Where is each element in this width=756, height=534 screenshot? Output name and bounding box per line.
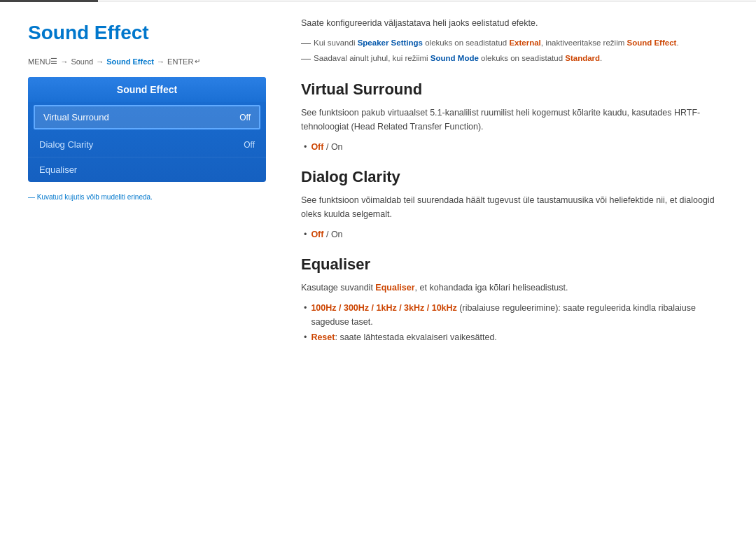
bullet-item-reset: Reset: saate lähtestada ekvalaiseri vaik…: [304, 330, 728, 344]
speaker-settings-highlight: Speaker Settings: [358, 38, 423, 47]
section-desc-equaliser: Kasutage suvandit Equaliser, et kohandad…: [301, 281, 728, 295]
intro-text: Saate konfigureerida väljastatava heli j…: [301, 16, 728, 30]
vs-on: On: [331, 142, 343, 152]
sound-mode-highlight: Sound Mode: [430, 54, 479, 62]
section-equaliser: Equaliser Kasutage suvandit Equaliser, e…: [301, 255, 728, 344]
menu-label: MENU: [28, 57, 50, 66]
vs-off: Off: [311, 142, 323, 152]
border-left: [0, 0, 98, 2]
section-desc-virtual-surround: See funktsioon pakub virtuaalset 5.1-kan…: [301, 106, 728, 134]
bullet-vs-offon-text: Off / On: [311, 140, 342, 154]
menu-item-label-equaliser: Equaliser: [39, 164, 77, 175]
note-dash-2: —: [301, 52, 311, 64]
left-panel: Sound Effect MENU ☰ → Sound → Sound Effe…: [28, 16, 266, 358]
bullet-list-dialog-clarity: Off / On: [301, 227, 728, 241]
dc-off: Off: [311, 230, 323, 239]
menu-box: Sound Effect Virtual Surround Off Dialog…: [28, 77, 266, 182]
page-title: Sound Effect: [28, 22, 266, 44]
section-title-virtual-surround: Virtual Surround: [301, 80, 728, 99]
frequencies-highlight: 100Hz / 300Hz / 1kHz / 3kHz / 10kHz: [311, 303, 456, 313]
menu-item-equaliser[interactable]: Equaliser: [28, 157, 266, 182]
border-right: [98, 1, 756, 1]
menu-item-label-dialog-clarity: Dialog Clarity: [39, 139, 93, 150]
menu-item-label-virtual-surround: Virtual Surround: [43, 112, 109, 122]
equaliser-highlight: Equaliser: [375, 283, 414, 293]
menu-item-value-virtual-surround: Off: [239, 113, 251, 122]
breadcrumb-arrow-2: →: [96, 57, 104, 66]
notes-block: — Kui suvandi Speaker Settings olekuks o…: [301, 37, 728, 65]
reset-highlight: Reset: [311, 332, 335, 342]
note-dash-1: —: [301, 37, 311, 49]
breadcrumb-enter: ENTER: [167, 57, 193, 66]
external-highlight: External: [509, 38, 540, 47]
menu-item-dialog-clarity[interactable]: Dialog Clarity Off: [28, 132, 266, 157]
note-text-1: Kui suvandi Speaker Settings olekuks on …: [314, 37, 679, 49]
bullet-list-virtual-surround: Off / On: [301, 140, 728, 154]
note-line-2: — Saadaval ainult juhul, kui režiimi Sou…: [301, 52, 728, 64]
standard-highlight: Standard: [565, 54, 600, 62]
menu-icon: ☰: [50, 57, 57, 66]
breadcrumb-arrow-1: →: [60, 57, 68, 66]
section-title-equaliser: Equaliser: [301, 255, 728, 274]
bullet-frequencies-text: 100Hz / 300Hz / 1kHz / 3kHz / 10kHz (rib…: [311, 301, 728, 329]
bullet-dc-offon-text: Off / On: [311, 227, 342, 241]
right-panel: Saate konfigureerida väljastatava heli j…: [294, 16, 728, 358]
breadcrumb-sound: Sound: [71, 57, 93, 66]
note-text-2: Saadaval ainult juhul, kui režiimi Sound…: [314, 52, 602, 64]
menu-item-virtual-surround[interactable]: Virtual Surround Off: [34, 105, 260, 129]
breadcrumb: MENU ☰ → Sound → Sound Effect → ENTER ↵: [28, 57, 266, 66]
enter-icon: ↵: [195, 57, 200, 65]
bullet-reset-text: Reset: saate lähtestada ekvalaiseri vaik…: [311, 330, 496, 344]
breadcrumb-sound-effect: Sound Effect: [106, 57, 154, 66]
footnote: Kuvatud kujutis võib mudeliti erineda.: [28, 193, 266, 201]
section-desc-dialog-clarity: See funktsioon võimaldab teil suurendada…: [301, 193, 728, 222]
breadcrumb-arrow-3: →: [157, 57, 164, 66]
bullet-item-vs-offon: Off / On: [304, 140, 728, 154]
dc-on: On: [331, 230, 343, 239]
bullet-item-dc-offon: Off / On: [304, 227, 728, 241]
section-virtual-surround: Virtual Surround See funktsioon pakub vi…: [301, 80, 728, 154]
bullet-item-frequencies: 100Hz / 300Hz / 1kHz / 3kHz / 10kHz (rib…: [304, 301, 728, 329]
section-title-dialog-clarity: Dialog Clarity: [301, 168, 728, 186]
main-container: Sound Effect MENU ☰ → Sound → Sound Effe…: [0, 2, 756, 379]
sound-effect-highlight: Sound Effect: [626, 38, 676, 47]
menu-box-header: Sound Effect: [28, 77, 266, 102]
bullet-list-equaliser: 100Hz / 300Hz / 1kHz / 3kHz / 10kHz (rib…: [301, 301, 728, 344]
menu-item-value-dialog-clarity: Off: [244, 140, 255, 150]
note-line-1: — Kui suvandi Speaker Settings olekuks o…: [301, 37, 728, 49]
section-dialog-clarity: Dialog Clarity See funktsioon võimaldab …: [301, 168, 728, 241]
